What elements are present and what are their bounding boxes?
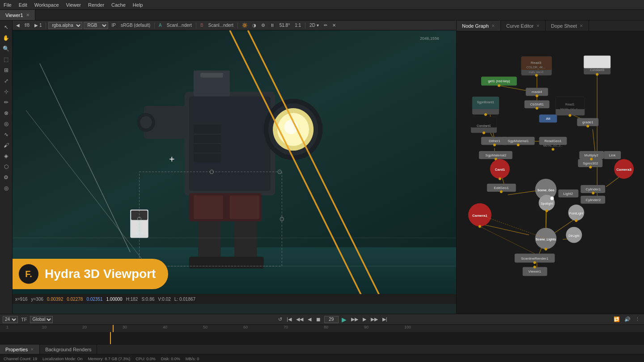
svg-rect-152 [578,159,602,167]
tool-settings[interactable]: ⚙ [1,173,11,182]
tab-close-node-graph[interactable]: ✕ [491,24,495,28]
menu-file[interactable]: File [4,2,12,8]
fps-select[interactable]: 24 25 30 [3,316,18,323]
current-frame-input[interactable]: 29 [324,316,339,323]
ruler-10: 10 [42,325,47,329]
tool-warp[interactable]: ⊹ [1,87,11,97]
svg-rect-89 [539,114,557,122]
svg-point-88 [484,113,487,116]
tool-transform[interactable]: ⤢ [1,76,11,86]
svg-point-110 [499,177,501,180]
first-frame-btn[interactable]: |◀ [285,316,293,322]
tool-select[interactable]: ⬚ [1,55,11,64]
next-frame-btn[interactable]: ▶ [361,316,368,322]
timeline-area: 24 25 30 TF Global Local ↺ |◀ ◀◀ ◀ ⏹ 29 … [0,314,644,344]
next-key-btn[interactable]: ▶▶ [369,316,379,322]
tool-arrow[interactable]: ↖ [1,22,11,32]
svg-text:SgpMaterial2: SgpMaterial2 [485,153,507,157]
channel-select[interactable]: rgba.alpha rgba rgb [48,22,82,29]
settings-icon2[interactable]: ⚙ [259,21,267,30]
menu-workspace[interactable]: Workspace [34,2,59,8]
prev-frame-btn[interactable]: ◀ [306,316,313,322]
viewer-f-value[interactable]: f/8 [23,21,31,30]
tab-background-renders[interactable]: Background Renders [40,345,97,354]
ruler-30: 30 [123,325,127,329]
vt-divider-2 [154,22,155,29]
prev-key-btn[interactable]: ◀◀ [295,316,305,322]
tab-dope-sheet[interactable]: Dope Sheet ✕ [546,21,589,31]
svg-point-164 [592,192,594,194]
tool-tracker[interactable]: ◎ [1,119,11,129]
tab-curve-editor[interactable]: Curve Editor ✕ [501,21,546,31]
svg-point-143 [596,73,598,76]
menu-viewer[interactable]: Viewer [66,2,81,8]
svg-text:Scene_Geo: Scene_Geo [538,189,555,192]
menu-cache[interactable]: Cache [111,2,126,8]
loop-btn[interactable]: 🔁 [612,316,621,322]
tab-close-properties[interactable]: ✕ [30,347,34,352]
global-select[interactable]: Global Local [30,316,53,323]
svg-point-97 [493,143,496,146]
svg-point-108 [490,159,510,179]
tab-close-dope-sheet[interactable]: ✕ [580,24,583,28]
tab-close-curve-editor[interactable]: ✕ [536,24,540,28]
tool-roto[interactable]: ∿ [1,130,11,139]
menu-bar: File Edit Workspace Viewer Render Cache … [0,0,644,10]
tool-brush[interactable]: 🖌 [1,140,11,150]
svg-text:Cylinder1: Cylinder1 [585,187,601,191]
tool-paint[interactable]: ✏ [1,97,11,107]
tab-viewer1[interactable]: Viewer1 ✕ [0,10,35,20]
exposure-icons[interactable]: 🔆 [240,21,249,30]
svg-rect-98 [501,137,535,145]
stop-btn[interactable]: ⏹ [314,316,322,323]
tool-zoom[interactable]: 🔍 [1,44,11,54]
gain-icons[interactable]: ◑ [250,21,258,30]
svg-point-120 [539,195,555,211]
timeline-track[interactable] [0,332,644,344]
menu-edit[interactable]: Edit [19,2,27,8]
node-panel-tabs: Node Graph ✕ Curve Editor ✕ Dope Sheet ✕ [457,21,644,31]
svg-rect-101 [539,137,567,145]
svg-rect-70 [521,57,552,76]
svg-point-75 [535,74,538,77]
play-all-btn[interactable]: ▶▶ [350,316,360,322]
scanline-b[interactable]: Scanl...ndert [207,21,235,30]
viewer-close[interactable]: ✕ [330,21,338,30]
svg-text:Card1: Card1 [495,168,505,172]
reset-btn[interactable]: ↺ [277,316,284,322]
node-graph-canvas[interactable]: Read3 COLOR_4K... (nglly_band) get1 (red… [457,31,644,314]
svg-text:Camera3: Camera3 [616,168,631,172]
extra-btn[interactable]: ⋮ [634,316,641,322]
viewer-prev-frame[interactable]: ◀ [14,21,21,30]
ruler-20: 20 [82,325,87,329]
tab-properties[interactable]: Properties ✕ [0,345,40,354]
colorspace-select[interactable]: RGB sRGB [84,22,108,29]
svg-text:CbShift1: CbShift1 [530,102,544,106]
tab-close-viewer1[interactable]: ✕ [26,13,30,17]
watermark-badge: F. Hydra 3D Viewport [13,259,168,289]
menu-render[interactable]: Render [88,2,104,8]
svg-point-157 [590,158,593,160]
tool-clone[interactable]: ⊗ [1,108,11,118]
tool-pan[interactable]: ✋ [1,33,11,43]
vt-divider-1 [46,22,46,29]
viewer-frame-num[interactable]: ▶ 1 [33,21,43,30]
pause-btn[interactable]: ⏸ [268,21,276,30]
tool-nodes[interactable]: ⬡ [1,162,11,172]
tf-label[interactable]: TF [20,317,28,322]
viewer-pencil[interactable]: ✏ [322,21,329,30]
play-btn[interactable]: ▶ [340,316,348,323]
tab-node-graph[interactable]: Node Graph ✕ [457,21,501,31]
menu-help[interactable]: Help [133,2,143,8]
colorspace-default[interactable]: sRGB (default) [119,21,152,30]
tool-crop[interactable]: ⊞ [1,65,11,75]
view-mode[interactable]: 2D ▾ [308,21,321,30]
svg-text:grade1: grade1 [582,120,593,124]
svg-text:Camera1: Camera1 [472,214,487,218]
scanline-a[interactable]: Scanl...ndert [165,21,194,30]
svg-rect-71 [521,57,552,70]
audio-btn[interactable]: 🔊 [623,316,632,322]
tool-mask[interactable]: ◎ [1,183,11,193]
tool-eraser[interactable]: ◈ [1,151,11,161]
last-frame-btn[interactable]: ▶| [381,316,389,322]
